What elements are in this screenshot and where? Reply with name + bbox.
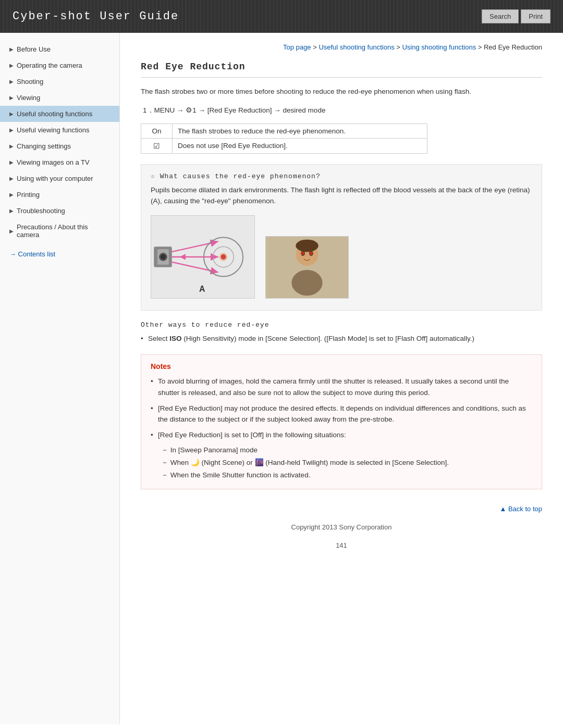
sidebar-item-useful-shooting[interactable]: ▶ Useful shooting functions bbox=[0, 106, 119, 122]
sidebar-item-computer[interactable]: ▶ Using with your computer bbox=[0, 170, 119, 187]
page-description: The flash strobes two or more times befo… bbox=[141, 86, 542, 97]
svg-line-4 bbox=[172, 241, 218, 252]
back-to-top[interactable]: ▲ Back to top bbox=[141, 505, 542, 513]
table-row: ☑ Does not use [Red Eye Reduction]. bbox=[141, 138, 427, 153]
night-scene-icon: 🌙 bbox=[191, 459, 200, 466]
chevron-right-icon: ▶ bbox=[9, 208, 14, 214]
options-table: On The flash strobes to reduce the red-e… bbox=[141, 124, 427, 154]
chevron-right-icon: ▶ bbox=[9, 95, 14, 101]
sidebar-item-troubleshooting[interactable]: ▶ Troubleshooting bbox=[0, 203, 119, 219]
iso-icon: ISO bbox=[169, 335, 181, 342]
breadcrumb-current: Red Eye Reduction bbox=[484, 43, 542, 51]
svg-point-20 bbox=[296, 239, 318, 252]
svg-point-19 bbox=[310, 252, 312, 255]
svg-point-15 bbox=[291, 270, 322, 295]
option-off-desc: Does not use [Red Eye Reduction]. bbox=[173, 138, 427, 153]
hint-icon: ☆ bbox=[151, 172, 155, 180]
footer-copyright: Copyright 2013 Sony Corporation bbox=[141, 513, 542, 536]
chevron-right-icon: ▶ bbox=[9, 46, 14, 52]
sidebar: ▶ Before Use ▶ Operating the camera ▶ Sh… bbox=[0, 33, 120, 724]
option-on: On bbox=[141, 124, 173, 138]
svg-text:A: A bbox=[199, 285, 205, 293]
menu-instruction: 1．MENU → ⚙1 → [Red Eye Reduction] → desi… bbox=[141, 106, 542, 115]
diagram-svg: A bbox=[151, 216, 254, 298]
eye-diagram: A bbox=[151, 215, 255, 299]
breadcrumb-useful-shooting[interactable]: Useful shooting functions bbox=[319, 43, 394, 51]
back-to-top-link[interactable]: ▲ Back to top bbox=[499, 505, 542, 513]
chevron-right-icon: ▶ bbox=[9, 127, 14, 133]
print-button[interactable]: Print bbox=[521, 9, 550, 23]
chevron-right-icon: ▶ bbox=[9, 79, 14, 84]
chevron-right-icon: ▶ bbox=[9, 159, 14, 165]
sidebar-item-viewing-tv[interactable]: ▶ Viewing images on a TV bbox=[0, 154, 119, 170]
sidebar-item-changing-settings[interactable]: ▶ Changing settings bbox=[0, 138, 119, 154]
main-content: Top page > Useful shooting functions > U… bbox=[120, 33, 563, 724]
chevron-right-icon: ▶ bbox=[9, 143, 14, 149]
chevron-right-icon: ▶ bbox=[9, 228, 14, 234]
svg-line-6 bbox=[172, 262, 218, 273]
notes-sub-0: － In [Sweep Panorama] mode bbox=[151, 445, 532, 456]
person-photo bbox=[265, 236, 349, 299]
option-on-desc: The flash strobes to reduce the red-eye … bbox=[173, 124, 427, 138]
notes-item-2: [Red Eye Reduction] is set to [Off] in t… bbox=[151, 429, 532, 441]
breadcrumb-using-shooting[interactable]: Using shooting functions bbox=[402, 43, 476, 51]
checkmark-icon: ☑ bbox=[141, 138, 173, 153]
images-row: A bbox=[151, 215, 532, 299]
sidebar-item-precautions[interactable]: ▶ Precautions / About this camera bbox=[0, 219, 119, 243]
breadcrumb: Top page > Useful shooting functions > U… bbox=[141, 43, 542, 51]
svg-point-3 bbox=[161, 254, 166, 260]
twilight-icon: 🌆 bbox=[255, 459, 264, 466]
notes-item-1: [Red Eye Reduction] may not produce the … bbox=[151, 403, 532, 425]
svg-point-18 bbox=[302, 252, 304, 255]
chevron-right-icon: ▶ bbox=[9, 63, 14, 68]
sidebar-item-printing[interactable]: ▶ Printing bbox=[0, 187, 119, 203]
chevron-right-icon: ▶ bbox=[9, 111, 14, 117]
hint-title: ☆ What causes the red-eye phenomenon? bbox=[151, 172, 532, 180]
sidebar-item-before-use[interactable]: ▶ Before Use bbox=[0, 41, 119, 57]
chevron-right-icon: ▶ bbox=[9, 192, 14, 198]
notes-box: Notes To avoid blurring of images, hold … bbox=[141, 354, 542, 489]
layout: ▶ Before Use ▶ Operating the camera ▶ Sh… bbox=[0, 33, 563, 724]
sidebar-item-operating-camera[interactable]: ▶ Operating the camera bbox=[0, 57, 119, 73]
page-number: 141 bbox=[141, 536, 542, 560]
table-row: On The flash strobes to reduce the red-e… bbox=[141, 124, 427, 138]
header-buttons: Search Print bbox=[482, 9, 550, 23]
svg-point-10 bbox=[221, 254, 226, 260]
page-title: Red Eye Reduction bbox=[141, 61, 542, 78]
notes-sub-2: － When the Smile Shutter function is act… bbox=[151, 470, 532, 481]
notes-sub-1: － When 🌙 (Night Scene) or 🌆 (Hand-held T… bbox=[151, 457, 532, 468]
contents-list-link[interactable]: → Contents list bbox=[9, 250, 112, 258]
sidebar-item-shooting[interactable]: ▶ Shooting bbox=[0, 73, 119, 90]
header: Cyber-shot User Guide Search Print bbox=[0, 0, 563, 33]
breadcrumb-top[interactable]: Top page bbox=[283, 43, 311, 51]
app-title: Cyber-shot User Guide bbox=[13, 10, 179, 23]
hint-text: Pupils become dilated in dark environmen… bbox=[151, 184, 532, 207]
other-ways-title: Other ways to reduce red-eye bbox=[141, 321, 542, 329]
notes-title: Notes bbox=[151, 362, 532, 371]
chevron-right-icon: ▶ bbox=[9, 176, 14, 181]
gear-icon: ⚙ bbox=[186, 106, 192, 114]
sidebar-item-viewing[interactable]: ▶ Viewing bbox=[0, 90, 119, 106]
hint-box: ☆ What causes the red-eye phenomenon? Pu… bbox=[141, 164, 542, 311]
photo-svg bbox=[266, 236, 348, 299]
other-ways-item: Select ISO (High Sensitivity) mode in [S… bbox=[141, 333, 542, 344]
sidebar-item-useful-viewing[interactable]: ▶ Useful viewing functions bbox=[0, 122, 119, 138]
search-button[interactable]: Search bbox=[482, 9, 519, 23]
notes-item-0: To avoid blurring of images, hold the ca… bbox=[151, 376, 532, 398]
